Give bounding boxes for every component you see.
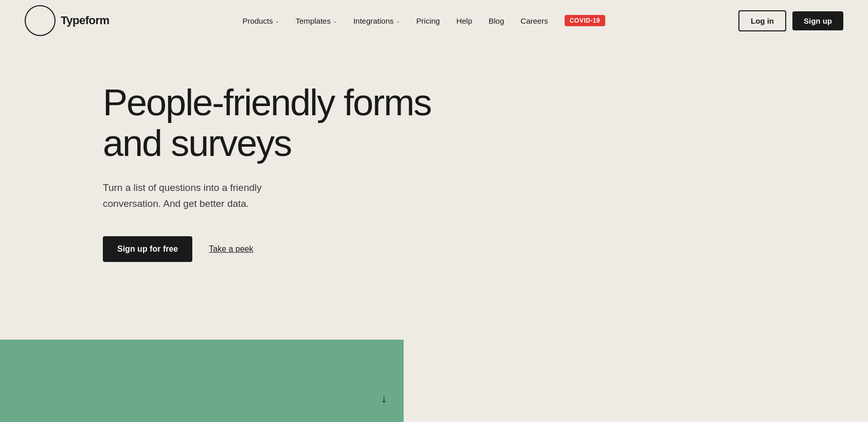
hero-section: People-friendly forms and surveys Turn a… bbox=[0, 41, 463, 293]
nav-link-help[interactable]: Help bbox=[449, 12, 479, 29]
nav-menu: Products ⌄ Templates ⌄ Integrations ⌄ Pr… bbox=[236, 11, 612, 30]
chevron-down-icon: ⌄ bbox=[275, 18, 279, 24]
take-a-peek-button[interactable]: Take a peek bbox=[209, 244, 253, 254]
chevron-down-icon: ⌄ bbox=[396, 18, 400, 24]
nav-link-careers[interactable]: Careers bbox=[513, 12, 555, 29]
nav-item-pricing: Pricing bbox=[409, 12, 447, 29]
arrow-down-icon: ↓ bbox=[381, 391, 387, 406]
nav-item-blog: Blog bbox=[481, 12, 511, 29]
hero-title: People-friendly forms and surveys bbox=[103, 82, 438, 164]
covid-badge: COVID-19 bbox=[565, 15, 605, 26]
nav-actions: Log in Sign up bbox=[738, 10, 843, 31]
signup-button-nav[interactable]: Sign up bbox=[792, 11, 843, 30]
bottom-green-section: ↓ bbox=[0, 340, 404, 422]
logo-link[interactable]: Typeform bbox=[25, 5, 110, 36]
hero-actions: Sign up for free Take a peek bbox=[103, 236, 438, 262]
navbar: Typeform Products ⌄ Templates ⌄ Integrat… bbox=[0, 0, 868, 41]
nav-link-covid[interactable]: COVID-19 bbox=[557, 11, 612, 30]
logo-text: Typeform bbox=[61, 14, 110, 27]
nav-item-covid: COVID-19 bbox=[557, 11, 612, 30]
nav-item-help: Help bbox=[449, 12, 479, 29]
chevron-down-icon: ⌄ bbox=[333, 18, 337, 24]
logo-circle bbox=[25, 5, 56, 36]
nav-item-careers: Careers bbox=[513, 12, 555, 29]
nav-item-products: Products ⌄ bbox=[236, 12, 286, 29]
nav-link-products[interactable]: Products ⌄ bbox=[236, 12, 286, 29]
nav-link-templates[interactable]: Templates ⌄ bbox=[288, 12, 344, 29]
nav-link-pricing[interactable]: Pricing bbox=[409, 12, 447, 29]
nav-link-integrations[interactable]: Integrations ⌄ bbox=[346, 12, 407, 29]
nav-item-integrations: Integrations ⌄ bbox=[346, 12, 407, 29]
nav-link-blog[interactable]: Blog bbox=[481, 12, 511, 29]
hero-subtitle: Turn a list of questions into a friendly… bbox=[103, 180, 298, 212]
login-button[interactable]: Log in bbox=[738, 10, 786, 31]
nav-item-templates: Templates ⌄ bbox=[288, 12, 344, 29]
signup-button-hero[interactable]: Sign up for free bbox=[103, 236, 192, 262]
